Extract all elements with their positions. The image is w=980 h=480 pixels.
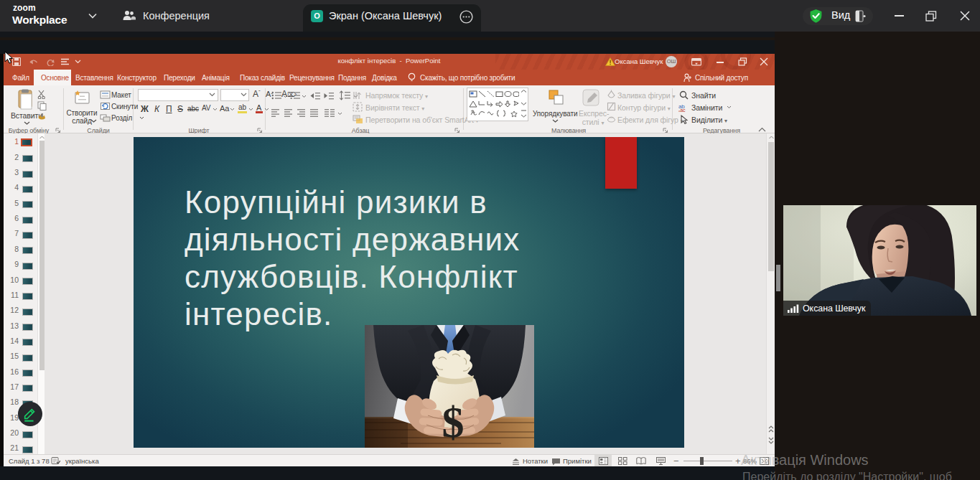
svg-text:ᵥac: ᵥac [678,108,686,112]
svg-text:$: $ [442,397,465,446]
